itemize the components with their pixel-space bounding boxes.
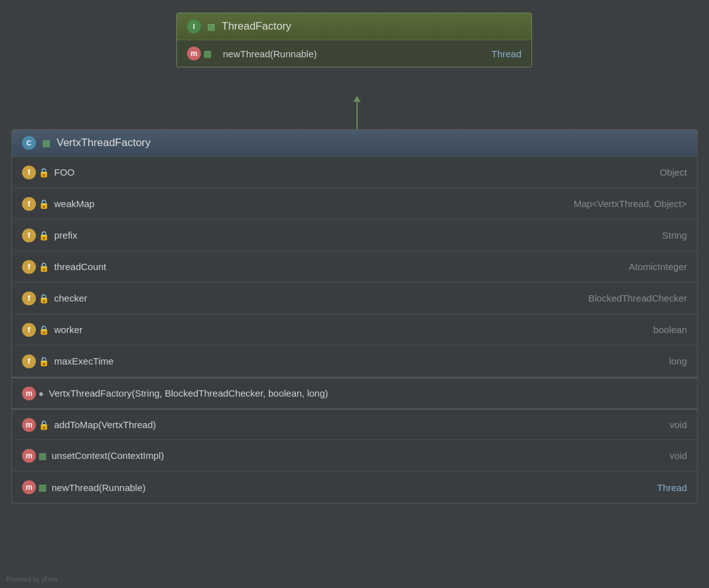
private-visibility-icon: 🔒 — [38, 199, 49, 209]
method-icon: m — [22, 449, 36, 463]
field-row-maxexectime: f 🔒 maxExecTime long — [12, 346, 697, 377]
thread-factory-header: I ▩ ThreadFactory — [177, 13, 531, 40]
method-icon: m — [187, 47, 201, 60]
protected-visibility-icon: ▩ — [38, 451, 47, 461]
field-icons-threadcount: f 🔒 — [22, 260, 49, 274]
field-icon: f — [22, 260, 36, 274]
field-icon: f — [22, 166, 36, 179]
constructor-row: m ● VertxThreadFactory(String, BlockedTh… — [12, 377, 697, 409]
field-icons-weakmap: f 🔒 — [22, 197, 49, 211]
field-name-maxexectime: maxExecTime — [54, 356, 669, 366]
method-visibility-icon: ▩ — [203, 48, 212, 59]
method-icons-unsetcontext: m ▩ — [22, 449, 47, 463]
field-icons-prefix: f 🔒 — [22, 229, 49, 242]
private-visibility-icon: 🔒 — [38, 262, 49, 272]
method-type-newthread: Thread — [657, 482, 687, 493]
class-name: VertxThreadFactory — [57, 137, 150, 149]
method-row-unsetcontext: m ▩ unsetContext(ContextImpl) void — [12, 440, 697, 472]
field-name-worker: worker — [54, 324, 654, 335]
method-name-newthread: newThread(Runnable) — [52, 482, 657, 493]
field-icon: f — [22, 291, 36, 305]
method-icon: m — [22, 418, 36, 432]
method-name-unsetcontext: unsetContext(ContextImpl) — [52, 450, 669, 461]
method-icons: m ▩ — [187, 47, 212, 60]
field-name-prefix: prefix — [54, 230, 662, 240]
constructor-icon: m — [22, 387, 36, 400]
private-visibility-icon: 🔒 — [38, 420, 49, 430]
arrow-connector — [353, 96, 361, 133]
field-type-foo: Object — [660, 167, 687, 178]
watermark: Powered by yFiles — [6, 576, 58, 583]
field-icon: f — [22, 229, 36, 242]
field-type-maxexectime: long — [669, 356, 687, 366]
method-type-addtomap: void — [669, 419, 687, 430]
method-row-addtomap: m 🔒 addToMap(VertxThread) void — [12, 409, 697, 440]
private-visibility-icon: 🔒 — [38, 230, 49, 240]
method-icon: m — [22, 480, 36, 494]
protected-visibility-icon: ▩ — [38, 482, 47, 492]
method-icons-addtomap: m 🔒 — [22, 418, 49, 432]
private-visibility-icon: 🔒 — [38, 356, 49, 366]
field-name-foo: FOO — [54, 167, 660, 178]
thread-factory-title: ThreadFactory — [222, 20, 292, 33]
method-return-type: Thread — [491, 48, 521, 59]
method-name: newThread(Runnable) — [223, 48, 485, 59]
field-icons-worker: f 🔒 — [22, 323, 49, 337]
field-row-foo: f 🔒 FOO Object — [12, 157, 697, 188]
field-name-weakmap: weakMap — [54, 198, 574, 209]
method-row-newthread: m ▩ newThread(Runnable) Thread — [12, 472, 697, 503]
field-row-prefix: f 🔒 prefix String — [12, 220, 697, 251]
field-type-weakmap: Map<VertxThread, Object> — [574, 198, 687, 209]
field-icons-checker: f 🔒 — [22, 291, 49, 305]
method-name-addtomap: addToMap(VertxThread) — [54, 419, 669, 430]
constructor-icons: m ● — [22, 387, 43, 400]
arrow-head — [353, 96, 361, 102]
field-icons-maxexectime: f 🔒 — [22, 354, 49, 368]
class-icon: C — [22, 136, 36, 150]
interface-icon: I — [187, 20, 201, 33]
field-type-prefix: String — [662, 230, 687, 240]
field-row-worker: f 🔒 worker boolean — [12, 314, 697, 346]
thread-factory-card: I ▩ ThreadFactory m ▩ newThread(Runnable… — [176, 13, 532, 67]
field-row-checker: f 🔒 checker BlockedThreadChecker — [12, 283, 697, 314]
field-icon: f — [22, 323, 36, 337]
vertx-thread-factory-card: C ▩ VertxThreadFactory f 🔒 FOO Object f … — [11, 129, 698, 504]
private-visibility-icon: 🔒 — [38, 167, 49, 178]
constructor-name: VertxThreadFactory(String, BlockedThread… — [48, 388, 687, 399]
field-name-checker: checker — [54, 293, 588, 303]
private-visibility-icon: 🔒 — [38, 293, 49, 303]
field-icons-foo: f 🔒 — [22, 166, 49, 179]
field-type-threadcount: AtomicInteger — [628, 261, 687, 272]
package-visibility-icon: ● — [38, 388, 43, 399]
field-name-threadcount: threadCount — [54, 261, 628, 272]
field-type-checker: BlockedThreadChecker — [588, 293, 687, 303]
method-type-unsetcontext: void — [669, 450, 687, 461]
field-icon: f — [22, 197, 36, 211]
field-icon: f — [22, 354, 36, 368]
protected-visibility-icon: ▩ — [207, 21, 215, 31]
vertx-thread-factory-header: C ▩ VertxThreadFactory — [12, 130, 697, 157]
field-type-worker: boolean — [654, 324, 687, 335]
field-row-threadcount: f 🔒 threadCount AtomicInteger — [12, 251, 697, 283]
class-visibility-icon: ▩ — [42, 138, 50, 148]
field-row-weakmap: f 🔒 weakMap Map<VertxThread, Object> — [12, 188, 697, 220]
method-icons-newthread: m ▩ — [22, 480, 47, 494]
private-visibility-icon: 🔒 — [38, 325, 49, 335]
thread-factory-method-row: m ▩ newThread(Runnable) Thread — [177, 40, 531, 67]
